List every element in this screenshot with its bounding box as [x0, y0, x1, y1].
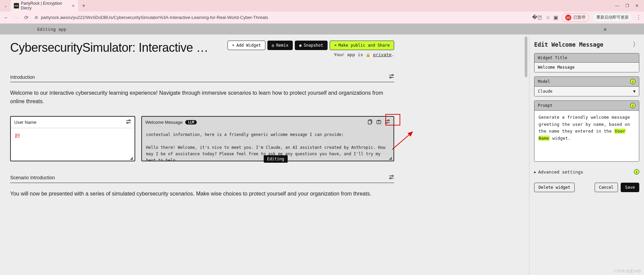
model-value: Claude	[538, 89, 552, 94]
svg-point-1	[392, 74, 393, 76]
field-label: Model	[538, 79, 550, 84]
minimize-icon[interactable]: —	[615, 3, 619, 8]
info-icon[interactable]: i	[634, 169, 639, 175]
publish-button[interactable]: ➜Make public and Share	[330, 41, 394, 50]
snapshot-button[interactable]: ◉Snapshot	[295, 41, 328, 50]
profile-label: 已暂停	[573, 15, 586, 20]
app-status: Your app is 🔒 private.	[228, 52, 394, 57]
widget-title-field: Widget Title	[534, 53, 639, 72]
favicon-icon: PR	[14, 3, 19, 8]
settings-sliders-icon[interactable]	[389, 74, 394, 80]
window-controls: — ❐ ✕	[615, 3, 642, 8]
info-icon[interactable]: i	[630, 103, 636, 108]
share-arrow-icon: ➜	[334, 43, 336, 48]
profile-pill[interactable]: yu 已暂停	[562, 13, 589, 22]
url-text: partyrock.aws/u/yu222/WxSDoDBUs/Cybersec…	[41, 15, 268, 20]
site-settings-icon[interactable]: ⚙	[34, 15, 38, 20]
svg-point-12	[388, 120, 389, 121]
tab-list-caret-icon[interactable]: ⌄	[2, 4, 9, 8]
resize-handle-icon[interactable]: ◢	[389, 156, 393, 160]
add-widget-button[interactable]: +Add Widget	[228, 41, 265, 50]
cancel-button[interactable]: Cancel	[595, 183, 618, 192]
banner-close-icon[interactable]: ✕	[603, 26, 607, 32]
kebab-menu-icon[interactable]: ⋮	[636, 14, 641, 21]
section-header-scenario: Scenario Introduction	[10, 173, 394, 183]
editing-banner: Editing app ✕	[0, 24, 644, 35]
collapse-panel-icon[interactable]: 〉	[633, 40, 639, 49]
app-title: CybersecuritySimulator: Interactive …	[10, 41, 222, 55]
user-name-widget[interactable]: User Name yu ◢	[10, 116, 135, 161]
browser-chrome: ⌄ PR PartyRock | Encryption Decry × + — …	[0, 0, 644, 24]
panel-title: Edit Welcome Message	[534, 41, 603, 48]
section-title: Scenario Introduction	[10, 175, 55, 180]
back-icon[interactable]: ←	[3, 15, 9, 20]
translate-icon[interactable]: �언	[532, 14, 542, 21]
intro-body: Welcome to our interactive cybersecurity…	[10, 89, 394, 106]
settings-sliders-icon[interactable]	[126, 119, 131, 125]
scenario-body: You will now be presented with a series …	[10, 190, 394, 198]
chevron-down-icon: ▼	[633, 89, 636, 94]
forward-icon[interactable]: →	[13, 15, 20, 20]
delete-widget-button[interactable]: Delete widget	[534, 183, 575, 192]
tab-bar: ⌄ PR PartyRock | Encryption Decry × + — …	[0, 0, 644, 12]
tab-close-icon[interactable]: ×	[72, 3, 75, 8]
lock-icon: 🔒	[366, 53, 371, 57]
private-link[interactable]: private	[373, 52, 391, 57]
svg-point-5	[129, 120, 130, 121]
model-field: Model i Claude ▼	[534, 76, 639, 96]
edit-panel: Edit Welcome Message 〉 Widget Title Mode…	[529, 35, 644, 275]
copy-icon[interactable]	[368, 119, 373, 125]
scrollbar[interactable]	[524, 35, 528, 275]
new-tab-button[interactable]: +	[79, 3, 88, 9]
plus-icon: +	[232, 43, 234, 48]
avatar: yu	[565, 15, 571, 21]
url-box[interactable]: ⚙ partyrock.aws/u/yu222/WxSDoDBUs/Cybers…	[33, 15, 529, 20]
extensions-icon[interactable]: ▣	[553, 15, 558, 21]
llm-badge: LLM	[185, 120, 197, 124]
editing-tooltip: Editing	[264, 155, 288, 163]
svg-point-3	[390, 77, 391, 78]
widget-title: Welcome Message	[145, 120, 183, 125]
svg-point-18	[390, 178, 391, 179]
field-label: Widget Title	[538, 55, 567, 60]
section-header-introduction: Introduction	[10, 72, 394, 82]
tab-title: PartyRock | Encryption Decry	[21, 1, 70, 10]
user-name-value[interactable]: yu	[11, 128, 135, 161]
prompt-field: Prompt i Generate a friendly welcome mes…	[534, 100, 639, 162]
address-bar: ← → ⟳ ⚙ partyrock.aws/u/yu222/WxSDoDBUs/…	[0, 12, 644, 24]
reload-icon[interactable]: ⟳	[23, 15, 30, 21]
widget-title-input[interactable]	[538, 65, 636, 70]
export-icon[interactable]	[376, 119, 381, 125]
prompt-textarea[interactable]: Generate a friendly welcome message gree…	[534, 111, 639, 161]
field-label: Prompt	[538, 103, 552, 108]
svg-point-14	[386, 122, 387, 123]
section-title: Introduction	[10, 74, 35, 80]
save-button[interactable]: Save	[621, 183, 639, 192]
browser-tab[interactable]: PR PartyRock | Encryption Decry ×	[10, 0, 78, 13]
camera-icon: ◉	[299, 43, 302, 48]
welcome-message-widget[interactable]: Welcome Message LLM	[141, 116, 394, 161]
bookmark-star-icon[interactable]: ☆	[546, 15, 550, 21]
info-icon[interactable]: i	[630, 79, 636, 84]
svg-point-7	[127, 122, 128, 123]
main-column: CybersecuritySimulator: Interactive … +A…	[0, 35, 529, 275]
maximize-icon[interactable]: ❐	[625, 3, 629, 8]
banner-text: Editing app	[37, 27, 66, 32]
settings-sliders-icon[interactable]	[385, 119, 390, 125]
watermark: CSDN @是Yu欸	[614, 269, 641, 274]
resize-handle-icon[interactable]: ◢	[130, 156, 134, 160]
settings-sliders-icon[interactable]	[389, 175, 394, 181]
advanced-settings-toggle[interactable]: ▶ Advanced settings i	[534, 169, 639, 175]
remix-button[interactable]: ◎Remix	[267, 41, 293, 50]
remix-icon: ◎	[272, 43, 274, 48]
model-select[interactable]: Claude ▼	[534, 87, 639, 96]
widget-title: User Name	[14, 120, 37, 125]
triangle-right-icon: ▶	[534, 170, 536, 174]
update-button[interactable]: 重新启动即可更新	[593, 13, 633, 22]
svg-point-16	[392, 175, 393, 177]
close-window-icon[interactable]: ✕	[635, 3, 639, 8]
svg-rect-9	[368, 120, 371, 124]
